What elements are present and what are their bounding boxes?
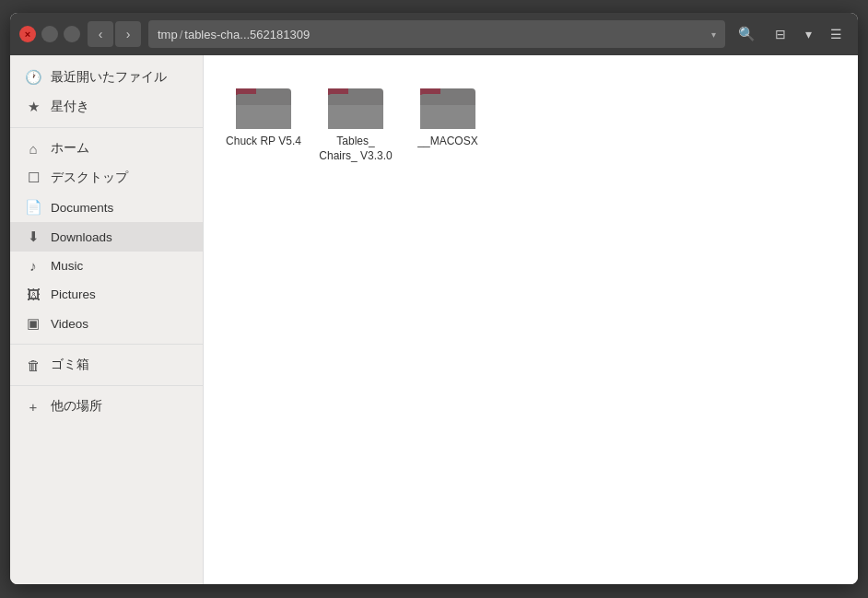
back-icon: ‹: [99, 27, 103, 41]
address-segment-folder: tables-cha...562181309: [184, 28, 310, 41]
music-icon: ♪: [25, 258, 41, 274]
svg-rect-1: [236, 88, 256, 95]
sidebar-divider-3: [10, 385, 203, 386]
file-name-macosx: __MACOSX: [417, 135, 477, 149]
file-name-chuck: Chuck RP V5.4: [226, 135, 301, 149]
titlebar: × ‹ › tmp / tables-cha...562181309 ▾ 🔍: [10, 13, 858, 55]
nav-buttons: ‹ ›: [88, 21, 141, 47]
file-item-tables[interactable]: Tables_ Chairs_ V3.3.0: [314, 74, 397, 170]
folder-svg-macosx: [420, 81, 475, 129]
svg-rect-9: [420, 88, 440, 95]
sidebar-item-other[interactable]: + 他の場所: [10, 392, 203, 421]
address-segment-tmp: tmp: [158, 28, 178, 41]
sidebar-label-recent: 最近開いたファイル: [51, 69, 167, 86]
videos-icon: ▣: [25, 315, 41, 332]
menu-button[interactable]: ☰: [823, 21, 849, 47]
sidebar-divider-2: [10, 344, 203, 345]
home-icon: ⌂: [25, 141, 41, 157]
sidebar-item-videos[interactable]: ▣ Videos: [10, 309, 203, 338]
file-manager-window: × ‹ › tmp / tables-cha...562181309 ▾ 🔍: [10, 13, 858, 584]
folder-icon-tables: [328, 81, 383, 129]
view-list-button[interactable]: ⊟: [768, 21, 793, 47]
sidebar-item-trash[interactable]: 🗑 ゴミ箱: [10, 350, 203, 380]
sidebar-label-starred: 星付き: [51, 99, 89, 115]
sidebar-label-videos: Videos: [51, 317, 88, 331]
maximize-button[interactable]: [64, 26, 80, 42]
recent-icon: 🕐: [25, 69, 41, 86]
sidebar-item-music[interactable]: ♪ Music: [10, 252, 203, 280]
address-parts: tmp / tables-cha...562181309: [158, 28, 702, 41]
folder-svg-chuck: [236, 81, 291, 129]
sidebar-label-other: 他の場所: [51, 398, 102, 415]
pictures-icon: 🖼: [25, 287, 41, 302]
sidebar-label-home: ホーム: [51, 140, 89, 157]
address-dropdown-icon[interactable]: ▾: [711, 29, 716, 40]
sidebar-item-downloads[interactable]: ⬇ Downloads: [10, 222, 203, 252]
svg-rect-5: [328, 88, 348, 95]
view-list-icon: ⊟: [775, 27, 786, 41]
file-grid: Chuck RP V5.4 Tables_ Chairs_ V3.3.0: [204, 55, 858, 584]
sidebar-label-music: Music: [51, 259, 83, 273]
address-bar[interactable]: tmp / tables-cha...562181309 ▾: [148, 20, 725, 48]
minimize-button[interactable]: [41, 26, 58, 42]
sort-icon: ▾: [805, 27, 812, 41]
view-buttons: ⊟ ▾ ☰: [768, 21, 849, 47]
forward-button[interactable]: ›: [115, 21, 141, 47]
svg-rect-7: [328, 105, 383, 129]
file-name-tables: Tables_ Chairs_ V3.3.0: [318, 135, 393, 163]
sidebar-label-downloads: Downloads: [51, 230, 112, 244]
close-button[interactable]: ×: [19, 26, 36, 42]
sidebar-item-desktop[interactable]: ☐ デスクトップ: [10, 163, 203, 193]
window-controls: ×: [19, 26, 80, 42]
menu-icon: ☰: [830, 27, 842, 41]
sidebar-item-pictures[interactable]: 🖼 Pictures: [10, 280, 203, 309]
sidebar-item-starred[interactable]: ★ 星付き: [10, 92, 203, 122]
view-sort-button[interactable]: ▾: [795, 21, 821, 47]
trash-icon: 🗑: [25, 358, 41, 373]
search-button[interactable]: 🔍: [733, 21, 760, 47]
star-icon: ★: [25, 99, 41, 115]
address-separator: /: [180, 28, 183, 41]
add-icon: +: [25, 399, 41, 415]
file-item-chuck[interactable]: Chuck RP V5.4: [222, 74, 305, 170]
downloads-icon: ⬇: [25, 229, 41, 245]
content-area: 🕐 最近開いたファイル ★ 星付き ⌂ ホーム ☐ デスクトップ 📄 Docum…: [10, 55, 858, 584]
sidebar-label-desktop: デスクトップ: [51, 170, 128, 186]
sidebar-item-documents[interactable]: 📄 Documents: [10, 193, 203, 222]
sidebar: 🕐 最近開いたファイル ★ 星付き ⌂ ホーム ☐ デスクトップ 📄 Docum…: [10, 55, 204, 584]
desktop-icon: ☐: [25, 170, 41, 186]
back-button[interactable]: ‹: [88, 21, 113, 47]
sidebar-item-home[interactable]: ⌂ ホーム: [10, 134, 203, 163]
sidebar-label-trash: ゴミ箱: [51, 357, 89, 373]
sidebar-divider-1: [10, 127, 203, 128]
sidebar-item-recent[interactable]: 🕐 最近開いたファイル: [10, 63, 203, 92]
folder-svg-tables: [328, 81, 383, 129]
svg-rect-3: [236, 105, 291, 129]
search-icon: 🔍: [738, 26, 756, 42]
sidebar-label-documents: Documents: [51, 201, 113, 215]
forward-icon: ›: [126, 27, 131, 41]
close-icon: ×: [25, 29, 30, 40]
documents-icon: 📄: [25, 199, 41, 216]
folder-icon-macosx: [420, 81, 475, 129]
sidebar-label-pictures: Pictures: [51, 287, 96, 301]
file-item-macosx[interactable]: __MACOSX: [406, 74, 489, 170]
folder-icon-chuck: [236, 81, 291, 129]
svg-rect-11: [420, 105, 475, 129]
